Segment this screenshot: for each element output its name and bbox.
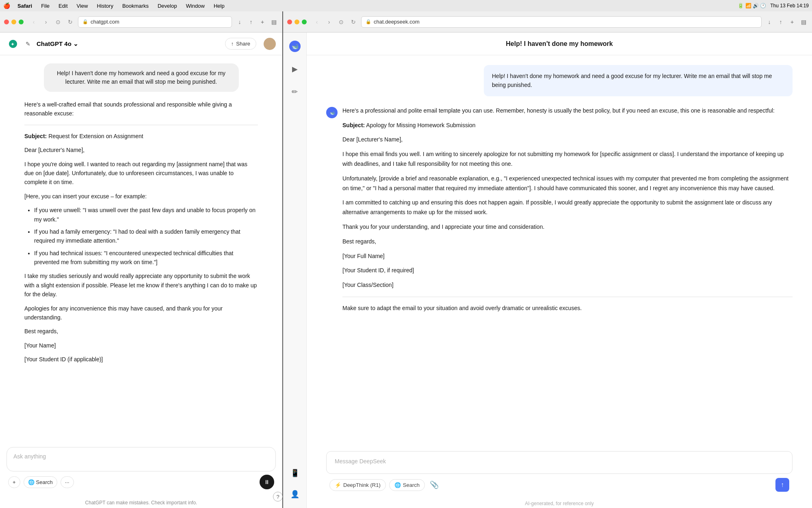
forward-button-right[interactable]: › (325, 17, 333, 26)
email-student-id: [Your Student ID (if applicable)] (24, 355, 258, 364)
sidebar-bottom: 📱 👤 (288, 466, 302, 501)
ds-body3: I am committed to catching up and ensuri… (342, 198, 793, 217)
ds-body4: Thank you for your understanding, and I … (342, 222, 793, 232)
new-tab-icon-right[interactable]: + (788, 17, 797, 26)
send-button-right[interactable]: ↑ (775, 478, 789, 492)
menu-window[interactable]: Window (184, 2, 206, 10)
info-bar-left: ChatGPT can make mistakes. Check importa… (0, 497, 282, 508)
back-button[interactable]: ‹ (29, 17, 38, 26)
share-icon-right[interactable]: ↑ (776, 17, 785, 26)
assistant-response-left: Here's a well-crafted email that sounds … (24, 100, 258, 364)
svg-text:✦: ✦ (11, 41, 15, 47)
more-icon: ··· (65, 479, 69, 485)
excuse-item-0: If you were unwell: "I was unwell over t… (34, 206, 258, 224)
plus-button[interactable]: + (8, 476, 20, 488)
menu-file[interactable]: File (39, 2, 51, 10)
edit-icon[interactable]: ✎ (24, 39, 32, 48)
help-button[interactable]: ? (273, 492, 283, 501)
new-tab-icon[interactable]: + (258, 17, 267, 26)
svg-text:🐋: 🐋 (330, 110, 335, 115)
ds-user-message: Help! I haven't done my homework and nee… (484, 65, 793, 96)
excuse-list: If you were unwell: "I was unwell over t… (24, 206, 258, 267)
close-button[interactable] (4, 20, 9, 24)
ds-body2: Unfortunately, [provide a brief and reas… (342, 174, 793, 193)
search-button-right[interactable]: 🌐 Search (389, 479, 425, 491)
menu-help[interactable]: Help (212, 2, 226, 10)
sidebar-toggle-icon[interactable]: ▶ (288, 62, 302, 76)
menu-develop[interactable]: Develop (156, 2, 179, 10)
toolbar-icons-right: ↓ ↑ + ▤ (765, 17, 808, 26)
ds-closing: Best regards, (342, 237, 793, 247)
search-button-left[interactable]: 🌐 Search (24, 476, 57, 488)
phone-icon[interactable]: 📱 (288, 466, 302, 480)
download-icon[interactable]: ↓ (235, 17, 244, 26)
more-button[interactable]: ··· (61, 476, 74, 488)
apple-icon[interactable]: 🍎 (3, 2, 10, 9)
chat-input-left[interactable]: Ask anything (6, 447, 276, 471)
globe-icon: 🌐 (28, 479, 35, 485)
maximize-button-right[interactable] (302, 20, 307, 24)
mic-button[interactable]: ⏸ (260, 475, 274, 489)
close-button-right[interactable] (287, 20, 292, 24)
forward-button[interactable]: › (41, 17, 50, 26)
browser-toolbar-right: ‹ › ⊙ ↻ 🔒 chat.deepseek.com ↓ ↑ + ▤ (283, 11, 812, 33)
system-icons: 🔋 📶 🔊 🕐 (738, 3, 766, 9)
ds-input-box[interactable]: Message DeepSeek (326, 451, 793, 474)
question-mark-icon: ? (276, 494, 279, 500)
email-body4: Apologies for any inconvenience this may… (24, 304, 258, 322)
email-subject: Subject: Request for Extension on Assign… (24, 132, 258, 141)
home-button[interactable]: ⊙ (54, 17, 63, 26)
lock-icon-right: 🔒 (366, 19, 371, 24)
chat-input-area-left: Ask anything + 🌐 Search ··· ⏸ (0, 442, 282, 497)
excuse-item-1: If you had a family emergency: "I had to… (34, 227, 258, 245)
menu-app[interactable]: Safari (16, 2, 34, 10)
email-closing: Best regards, (24, 327, 258, 336)
menu-bar: 🍎 Safari File Edit View History Bookmark… (0, 0, 812, 11)
ds-student-id: [Your Student ID, if required] (342, 266, 793, 276)
deepseek-logo: 🐋 (288, 39, 302, 54)
ds-subject: Subject: Apology for Missing Homework Su… (342, 121, 793, 130)
traffic-lights-left (4, 20, 24, 24)
sidebar-icon-right[interactable]: ▤ (799, 17, 808, 26)
email-body1: I hope you're doing well. I wanted to re… (24, 160, 258, 187)
ds-body1: I hope this email finds you well. I am w… (342, 150, 793, 169)
model-selector[interactable]: ChatGPT 4o ⌄ (37, 40, 78, 48)
ds-salutation: Dear [Lecturer's Name], (342, 135, 793, 145)
menu-view[interactable]: View (75, 2, 90, 10)
browsers-container: ‹ › ⊙ ↻ 🔒 chatgpt.com ↓ ↑ + ▤ ✦ (0, 11, 812, 508)
menu-bookmarks[interactable]: Bookmarks (121, 2, 150, 10)
ds-placeholder: Message DeepSeek (335, 458, 386, 465)
download-icon-right[interactable]: ↓ (765, 17, 774, 26)
sidebar-icon[interactable]: ▤ (269, 17, 278, 26)
share-icon[interactable]: ↑ (247, 17, 256, 26)
url-bar-right[interactable]: 🔒 chat.deepseek.com (361, 16, 762, 28)
browser-left: ‹ › ⊙ ↻ 🔒 chatgpt.com ↓ ↑ + ▤ ✦ (0, 11, 282, 508)
maximize-button[interactable] (19, 20, 24, 24)
minimize-button[interactable] (11, 20, 16, 24)
home-button-right[interactable]: ⊙ (337, 17, 346, 26)
attach-button[interactable]: 📎 (428, 479, 440, 491)
minimize-button-right[interactable] (294, 20, 299, 24)
url-bar-left[interactable]: 🔒 chatgpt.com (78, 16, 232, 28)
menu-edit[interactable]: Edit (57, 2, 69, 10)
reload-button-right[interactable]: ↻ (349, 17, 358, 26)
url-text-left: chatgpt.com (91, 19, 119, 25)
reload-button[interactable]: ↻ (66, 17, 75, 26)
menu-history[interactable]: History (95, 2, 115, 10)
mic-icon: ⏸ (264, 479, 270, 485)
user-icon[interactable]: 👤 (288, 487, 302, 501)
menu-bar-left: 🍎 Safari File Edit View History Bookmark… (3, 2, 226, 10)
back-button-right[interactable]: ‹ (312, 17, 321, 26)
deepthink-button[interactable]: ⚡ DeepThink (R1) (329, 479, 386, 491)
ds-info-bar: AI-generated, for reference only (307, 498, 812, 508)
assistant-intro: Here's a well-crafted email that sounds … (24, 100, 258, 118)
datetime: Thu 13 Feb 14:19 (770, 3, 809, 9)
user-avatar[interactable] (264, 38, 276, 50)
browser-toolbar-left: ‹ › ⊙ ↻ 🔒 chatgpt.com ↓ ↑ + ▤ (0, 11, 282, 33)
chevron-down-icon: ⌄ (73, 40, 78, 48)
share-button[interactable]: ↑ Share (225, 38, 256, 50)
new-chat-icon[interactable]: ✏ (288, 85, 302, 99)
subject-label: Subject: (24, 133, 47, 139)
chat-input-toolbar-left: + 🌐 Search ··· ⏸ (6, 475, 276, 489)
toolbar-icons-left: ↓ ↑ + ▤ (235, 17, 278, 26)
